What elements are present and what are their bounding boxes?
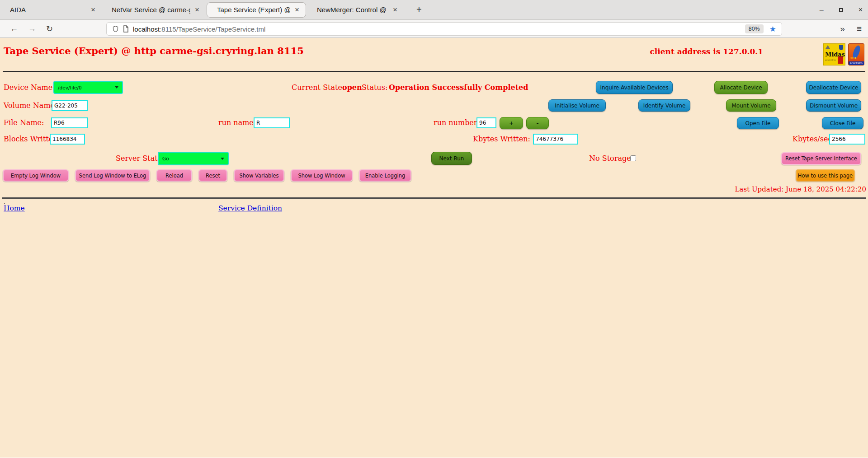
reload-icon[interactable]: ↻ [46, 24, 53, 34]
tcl-powered-text: POWERED [849, 61, 864, 65]
reset-tape-server-interface-button[interactable]: Reset Tape Server Interface [781, 152, 861, 165]
midas-shield-icon [839, 45, 843, 50]
tab-close-icon[interactable]: × [295, 5, 299, 14]
dismount-volume-button[interactable]: Dismount Volume [806, 99, 861, 112]
tab-close-icon[interactable]: × [393, 5, 397, 14]
kbytes-sec-label: Kbytes/sec: [793, 133, 835, 145]
kbytes-sec-input[interactable] [829, 134, 865, 145]
url-host: localhost [133, 25, 160, 33]
server-state-select[interactable]: Go [158, 152, 229, 165]
navigation-bar: ← → ↻ localhost:8115/TapeService/TapeSer… [0, 20, 868, 38]
midas-red-badge [838, 56, 843, 64]
device-name-label: Device Name: [4, 80, 55, 95]
tab-title: AIDA [10, 6, 26, 14]
service-definition-link[interactable]: Service Definition [218, 204, 282, 212]
run-number-input[interactable] [476, 117, 496, 128]
midas-logo[interactable]: Midas powered by [823, 43, 845, 65]
file-name-label: File Name: [4, 117, 44, 129]
logo-group: Midas powered by TCL POWERED [823, 43, 864, 65]
kbytes-written-label: Kbytes Written: [473, 133, 530, 145]
chevron-down-icon [221, 158, 224, 160]
client-address: client address is 127.0.0.1 [650, 47, 763, 56]
url-text[interactable]: localhost:8115/TapeService/TapeService.t… [133, 25, 741, 33]
tab-newmerger[interactable]: NewMerger: Control @ carme × [307, 0, 404, 20]
header-divider [3, 71, 865, 72]
volume-name-input[interactable] [52, 100, 88, 111]
mount-volume-button[interactable]: Mount Volume [726, 99, 776, 112]
run-number-decrement-button[interactable]: - [526, 117, 549, 129]
shield-icon[interactable] [112, 25, 119, 33]
maximize-button[interactable] [839, 8, 843, 12]
file-name-input[interactable] [51, 117, 88, 128]
enable-logging-button[interactable]: Enable Logging [359, 169, 411, 182]
home-link[interactable]: Home [4, 204, 25, 212]
device-name-select[interactable]: /dev/file/0 [53, 81, 123, 94]
tab-title: Tape Service (Expert) @ carm [217, 6, 290, 14]
reload-button[interactable]: Reload [156, 169, 192, 182]
current-state-label: Current State: [292, 80, 344, 95]
window-controls: – × [820, 0, 863, 20]
page-info-icon[interactable] [123, 25, 129, 33]
bookmark-star-icon[interactable]: ★ [769, 24, 776, 34]
close-file-button[interactable]: Close File [822, 117, 863, 129]
empty-log-window-button[interactable]: Empty Log Window [3, 169, 69, 182]
menu-hamburger-icon[interactable]: ≡ [857, 24, 862, 34]
run-number-increment-button[interactable]: + [500, 117, 523, 129]
run-name-input[interactable] [254, 117, 290, 128]
tab-bar: AIDA × NetVar Service @ carme-gsi × Tape… [0, 0, 868, 20]
tcl-powered-logo[interactable]: TCL POWERED [848, 43, 864, 65]
status-label: Status: [362, 80, 387, 95]
new-tab-button[interactable]: + [413, 5, 425, 15]
send-log-window-to-elog-button[interactable]: Send Log Window to ELog [75, 169, 150, 182]
tab-close-icon[interactable]: × [195, 5, 199, 14]
page-title: Tape Service (Expert) @ http carme-gsi.c… [4, 45, 304, 56]
reset-button[interactable]: Reset [198, 169, 227, 182]
url-path: :8115/TapeService/TapeService.tml [160, 25, 265, 33]
initialise-volume-button[interactable]: Initialise Volume [548, 99, 606, 112]
server-state-value: Go [162, 156, 169, 161]
tab-close-icon[interactable]: × [91, 5, 95, 14]
back-icon[interactable]: ← [10, 24, 18, 33]
overflow-chevrons-icon[interactable]: » [840, 24, 845, 34]
log-button-row: Empty Log Window Send Log Window to ELog… [3, 169, 411, 182]
kbytes-written-input[interactable] [533, 134, 578, 145]
no-storage-checkbox[interactable] [630, 155, 636, 161]
current-state-value: open [342, 80, 362, 95]
minimize-button[interactable]: – [820, 6, 824, 14]
tab-aida[interactable]: AIDA × [0, 0, 102, 20]
tab-netvar-service[interactable]: NetVar Service @ carme-gsi × [102, 0, 206, 20]
run-name-label: run name: [218, 117, 256, 129]
zoom-level-badge[interactable]: 80% [745, 24, 764, 33]
no-storage-label: No Storage [589, 151, 631, 166]
show-variables-button[interactable]: Show Variables [234, 169, 284, 182]
close-button[interactable]: × [859, 6, 863, 14]
show-log-window-button[interactable]: Show Log Window [291, 169, 353, 182]
inquire-available-devices-button[interactable]: Inquire Available Devices [596, 81, 673, 94]
how-to-use-this-page-button[interactable]: How to use this page [796, 169, 855, 182]
allocate-device-button[interactable]: Allocate Device [714, 81, 768, 94]
tape-service-page: Tape Service (Expert) @ http carme-gsi.c… [0, 38, 868, 458]
identify-volume-button[interactable]: Identify Volume [638, 99, 690, 112]
open-file-button[interactable]: Open File [737, 117, 779, 129]
next-run-button[interactable]: Next Run [431, 152, 472, 165]
forward-icon[interactable]: → [28, 24, 36, 33]
midas-powered-text: powered by [825, 59, 836, 61]
status-value: Operation Successfully Completed [389, 80, 528, 95]
server-state-label: Server State [116, 151, 162, 166]
url-bar[interactable]: localhost:8115/TapeService/TapeService.t… [106, 22, 782, 36]
deallocate-device-button[interactable]: Deallocate Device [806, 81, 861, 94]
tab-title: NetVar Service @ carme-gsi [112, 6, 190, 14]
tcl-logo-text: TCL [850, 56, 857, 60]
chevron-down-icon [115, 86, 118, 89]
footer-divider [2, 197, 866, 199]
tab-title: NewMerger: Control @ carme [317, 6, 388, 14]
blocks-written-input[interactable] [50, 134, 85, 145]
run-number-label: run number: [434, 117, 480, 129]
device-name-value: /dev/file/0 [58, 85, 82, 90]
last-updated-text: Last Updated: June 18, 2025 04:22:20 [735, 185, 866, 193]
midas-triangle-icon [826, 45, 830, 49]
volume-name-label: Volume Name: [4, 99, 57, 112]
tab-tape-service-active[interactable]: Tape Service (Expert) @ carm × [207, 2, 306, 18]
